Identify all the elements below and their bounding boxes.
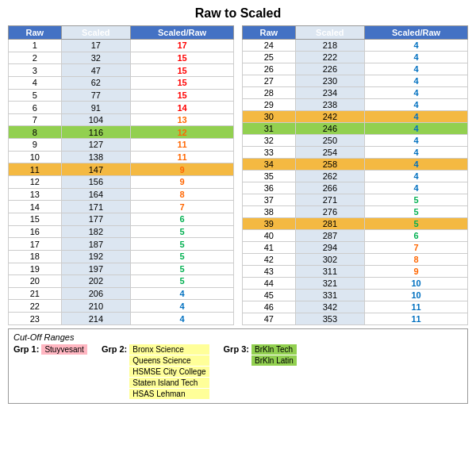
cell-raw: 4 xyxy=(9,76,62,89)
table-row: 29 238 4 xyxy=(243,99,468,111)
table-row: 24 218 4 xyxy=(243,40,468,52)
cell-raw: 47 xyxy=(243,313,296,325)
table-row: 19 197 5 xyxy=(9,263,234,275)
cell-scaledraw: 15 xyxy=(131,89,234,102)
cell-scaledraw: 13 xyxy=(131,113,234,126)
cell-scaledraw: 15 xyxy=(131,52,234,64)
cell-raw: 35 xyxy=(243,171,296,182)
cell-scaled: 164 xyxy=(61,188,131,201)
cell-scaled: 250 xyxy=(295,135,365,147)
cell-scaled: 182 xyxy=(61,225,131,238)
cell-raw: 2 xyxy=(9,52,62,64)
table-row: 47 353 11 xyxy=(243,313,468,325)
cell-scaledraw: 4 xyxy=(365,99,468,111)
table-row: 22 210 4 xyxy=(9,300,234,313)
cell-raw: 23 xyxy=(9,313,62,325)
cell-scaledraw: 4 xyxy=(365,182,468,194)
table-row: 2 32 15 xyxy=(9,52,234,64)
cell-scaled: 246 xyxy=(295,123,365,135)
cell-scaledraw: 5 xyxy=(131,275,234,288)
cell-scaledraw: 4 xyxy=(365,40,468,52)
cell-scaledraw: 4 xyxy=(365,171,468,182)
cell-scaledraw: 15 xyxy=(131,64,234,77)
cell-scaledraw: 7 xyxy=(365,242,468,254)
cell-scaledraw: 6 xyxy=(131,213,234,225)
cell-scaled: 147 xyxy=(61,163,131,176)
cell-raw: 8 xyxy=(9,126,62,139)
cell-scaledraw: 9 xyxy=(365,266,468,278)
right-header-scaled: Scaled xyxy=(295,26,365,40)
right-table: Raw Scaled Scaled/Raw 24 218 4 25 222 4 … xyxy=(242,25,468,325)
cell-raw: 28 xyxy=(243,87,296,99)
table-row: 39 281 5 xyxy=(243,218,468,230)
school-tag: BrKln Tech xyxy=(251,344,297,355)
cell-scaled: 127 xyxy=(61,139,131,152)
table-row: 17 187 5 xyxy=(9,238,234,251)
cell-raw: 40 xyxy=(243,230,296,242)
cutoff-section: Cut-Off Ranges Grp 1:StuyvesantGrp 2:Bro… xyxy=(8,328,468,404)
table-row: 6 91 14 xyxy=(9,102,234,114)
cell-raw: 12 xyxy=(9,176,62,189)
table-row: 15 177 6 xyxy=(9,213,234,225)
table-row: 36 266 4 xyxy=(243,182,468,194)
cell-raw: 30 xyxy=(243,111,296,123)
cell-raw: 15 xyxy=(9,213,62,225)
table-row: 7 104 13 xyxy=(9,113,234,126)
cell-raw: 7 xyxy=(9,113,62,126)
cell-scaled: 258 xyxy=(295,159,365,171)
cell-scaledraw: 11 xyxy=(365,313,468,325)
cell-raw: 27 xyxy=(243,75,296,87)
left-header-scaled: Scaled xyxy=(61,26,131,40)
table-row: 13 164 8 xyxy=(9,188,234,201)
cell-scaledraw: 4 xyxy=(131,287,234,300)
cell-scaledraw: 11 xyxy=(131,151,234,163)
cell-raw: 19 xyxy=(9,263,62,275)
right-header-raw: Raw xyxy=(243,26,296,40)
cell-scaled: 17 xyxy=(61,40,131,52)
cell-scaled: 342 xyxy=(295,301,365,313)
cell-scaled: 226 xyxy=(295,63,365,75)
table-row: 33 254 4 xyxy=(243,147,468,159)
table-row: 14 171 7 xyxy=(9,201,234,213)
table-row: 20 202 5 xyxy=(9,275,234,288)
school-tag: Queens Science xyxy=(129,355,209,366)
cell-scaled: 353 xyxy=(295,313,365,325)
cell-scaledraw: 12 xyxy=(131,126,234,139)
cell-scaledraw: 10 xyxy=(365,278,468,290)
cell-scaled: 192 xyxy=(61,250,131,263)
table-row: 16 182 5 xyxy=(9,225,234,238)
cell-scaled: 202 xyxy=(61,275,131,288)
cell-scaledraw: 4 xyxy=(365,111,468,123)
cell-raw: 17 xyxy=(9,238,62,251)
cell-raw: 33 xyxy=(243,147,296,159)
cell-scaledraw: 15 xyxy=(131,76,234,89)
cell-scaledraw: 14 xyxy=(131,102,234,114)
table-row: 42 302 8 xyxy=(243,254,468,266)
table-spacer xyxy=(234,25,242,325)
cell-scaledraw: 5 xyxy=(131,250,234,263)
cell-raw: 36 xyxy=(243,182,296,194)
cell-scaled: 276 xyxy=(295,206,365,218)
table-row: 25 222 4 xyxy=(243,52,468,63)
cell-raw: 5 xyxy=(9,89,62,102)
cell-scaled: 242 xyxy=(295,111,365,123)
cell-raw: 22 xyxy=(9,300,62,313)
cell-raw: 26 xyxy=(243,63,296,75)
cell-scaled: 222 xyxy=(295,52,365,63)
grp-label: Grp 3: xyxy=(224,344,249,354)
cell-raw: 3 xyxy=(9,64,62,77)
table-row: 10 138 11 xyxy=(9,151,234,163)
table-row: 5 77 15 xyxy=(9,89,234,102)
grp-label: Grp 1: xyxy=(13,344,39,354)
cell-raw: 14 xyxy=(9,201,62,213)
cell-scaled: 281 xyxy=(295,218,365,230)
cell-scaledraw: 4 xyxy=(365,135,468,147)
table-row: 4 62 15 xyxy=(9,76,234,89)
cell-scaled: 177 xyxy=(61,213,131,225)
cell-scaledraw: 4 xyxy=(131,300,234,313)
cell-scaled: 197 xyxy=(61,263,131,275)
cell-raw: 16 xyxy=(9,225,62,238)
table-row: 32 250 4 xyxy=(243,135,468,147)
cell-scaledraw: 4 xyxy=(365,63,468,75)
cell-scaled: 104 xyxy=(61,113,131,126)
